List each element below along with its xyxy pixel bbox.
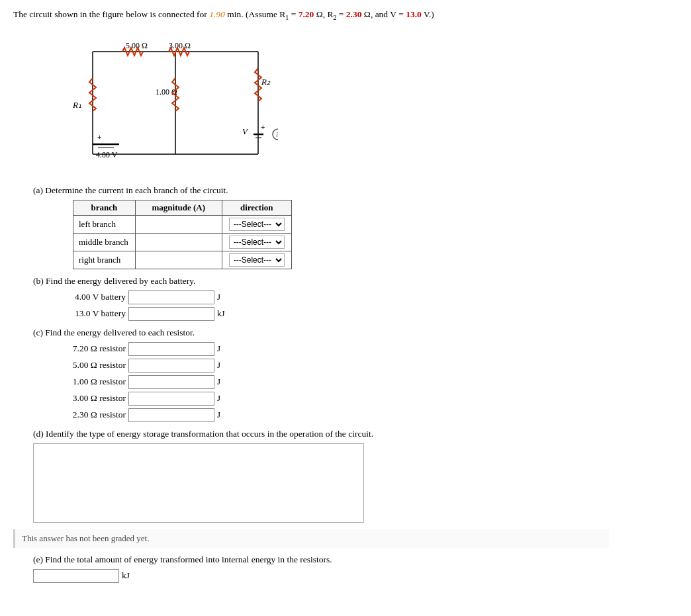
r500-row: 5.00 Ω resistor J [33, 359, 678, 373]
time-value: 1.90 [209, 9, 225, 19]
r100-unit: J [217, 376, 220, 387]
svg-text:4.00 V: 4.00 V [96, 150, 118, 159]
left-magnitude-cell [135, 215, 222, 233]
col-magnitude: magnitude (A) [135, 200, 222, 215]
branch-name-right: right branch [73, 251, 136, 269]
battery2-unit: kJ [217, 308, 225, 319]
col-branch: branch [73, 200, 136, 215]
svg-text:1.00 Ω: 1.00 Ω [156, 87, 177, 97]
part-c: (c) Find the energy delivered to each re… [33, 328, 678, 422]
grading-note-text: This answer has not been graded yet. [22, 533, 149, 543]
battery1-label: 4.00 V battery [33, 292, 126, 302]
r230-unit: J [217, 410, 220, 420]
middle-magnitude-input[interactable] [142, 236, 215, 247]
part-d-label: (d) Identify the type of energy storage … [33, 429, 678, 439]
table-row: left branch ---Select--- to the left to … [73, 215, 292, 233]
branch-name-middle: middle branch [73, 233, 136, 251]
part-c-label: (c) Find the energy delivered to each re… [33, 328, 678, 338]
part-e-unit: kJ [122, 570, 130, 581]
part-d-textarea[interactable] [33, 443, 364, 523]
v-value: 13.0 [406, 9, 422, 19]
svg-text:V: V [242, 126, 249, 136]
right-magnitude-input[interactable] [142, 254, 215, 265]
part-a: (a) Determine the current in each branch… [33, 185, 678, 269]
svg-text:i: i [276, 130, 278, 138]
left-direction-select[interactable]: ---Select--- to the left to the right up… [229, 218, 285, 231]
r300-unit: J [217, 393, 220, 404]
col-direction: direction [222, 200, 291, 215]
header-v-unit: V.) [422, 9, 434, 19]
r500-unit: J [217, 360, 220, 371]
r300-row: 3.00 Ω resistor J [33, 392, 678, 406]
r1-value: 7.20 [299, 9, 314, 19]
svg-text:+: + [97, 133, 101, 141]
r230-row: 2.30 Ω resistor J [33, 408, 678, 422]
r2-value: 2.30 [346, 9, 362, 19]
r230-input[interactable] [128, 408, 214, 422]
left-magnitude-input[interactable] [142, 218, 215, 230]
r300-label: 3.00 Ω resistor [33, 393, 126, 404]
circuit-diagram: R₁ + 4.00 V 5.00 Ω 3.00 Ω 1.00 Ω R₂ + V [53, 32, 678, 173]
part-b: (b) Find the energy delivered by each ba… [33, 276, 678, 321]
right-direction-select[interactable]: ---Select--- to the left to the right up… [229, 253, 285, 267]
part-a-label: (a) Determine the current in each branch… [33, 185, 678, 196]
table-row: right branch ---Select--- to the left to… [73, 251, 292, 269]
r1-circuit-label: R₁ [72, 100, 81, 110]
table-row: middle branch ---Select--- to the left t… [73, 233, 292, 251]
r100-input[interactable] [128, 375, 214, 389]
r300-input[interactable] [128, 392, 214, 406]
right-direction-cell: ---Select--- to the left to the right up… [222, 251, 291, 269]
r500-label: 5.00 Ω resistor [33, 360, 126, 371]
part-e: (e) Find the total amount of energy tran… [33, 554, 678, 583]
branch-table: branch magnitude (A) direction left bran… [73, 200, 292, 269]
part-b-label: (b) Find the energy delivered by each ba… [33, 276, 678, 286]
middle-direction-select[interactable]: ---Select--- to the left to the right up… [229, 236, 285, 249]
r720-input[interactable] [128, 342, 214, 356]
right-magnitude-cell [135, 251, 222, 269]
grading-box: This answer has not been graded yet. [13, 529, 609, 548]
r720-unit: J [217, 343, 220, 354]
part-e-input[interactable] [33, 569, 119, 583]
part-d: (d) Identify the type of energy storage … [33, 429, 678, 523]
circuit-svg: R₁ + 4.00 V 5.00 Ω 3.00 Ω 1.00 Ω R₂ + V [53, 32, 278, 171]
battery2-label: 13.0 V battery [33, 308, 126, 319]
problem-header: The circuit shown in the figure below is… [13, 8, 678, 22]
left-direction-cell: ---Select--- to the left to the right up… [222, 215, 291, 233]
middle-magnitude-cell [135, 233, 222, 251]
battery1-unit: J [217, 292, 220, 302]
middle-direction-cell: ---Select--- to the left to the right up… [222, 233, 291, 251]
r500-input[interactable] [128, 359, 214, 373]
battery1-row: 4.00 V battery J [33, 290, 678, 304]
r720-label: 7.20 Ω resistor [33, 343, 126, 354]
r100-label: 1.00 Ω resistor [33, 376, 126, 387]
header-prefix: The circuit shown in the figure below is… [13, 9, 209, 19]
svg-text:3.00 Ω: 3.00 Ω [169, 41, 191, 50]
svg-text:+: + [261, 123, 265, 131]
branch-name-left: left branch [73, 215, 136, 233]
battery2-row: 13.0 V battery kJ [33, 307, 678, 321]
r720-row: 7.20 Ω resistor J [33, 342, 678, 356]
r230-label: 2.30 Ω resistor [33, 410, 126, 420]
header-r2-unit: Ω, and V = [361, 9, 406, 19]
header-r1-unit: Ω, R2 = [314, 9, 346, 19]
battery1-input[interactable] [128, 290, 214, 304]
battery2-input[interactable] [128, 307, 214, 321]
svg-text:R₂: R₂ [261, 77, 271, 87]
header-mid: min. (Assume R1 = [225, 9, 299, 19]
part-e-row: kJ [33, 569, 678, 583]
r100-row: 1.00 Ω resistor J [33, 375, 678, 389]
part-e-label: (e) Find the total amount of energy tran… [33, 554, 678, 565]
